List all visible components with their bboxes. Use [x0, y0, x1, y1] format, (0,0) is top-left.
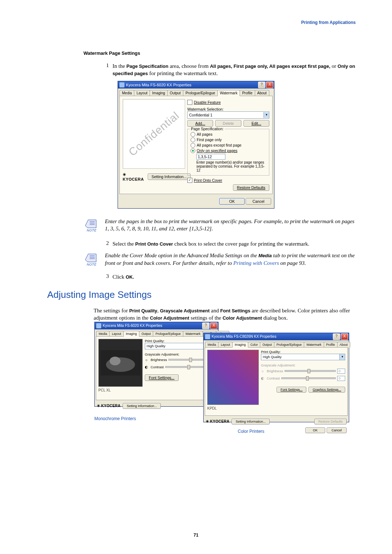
setting-info-button[interactable]: Setting Information... [123, 403, 161, 409]
note-icon: NOTE [83, 252, 100, 266]
tab-output[interactable]: Output [260, 342, 274, 348]
mono-properties-dialog: Kyocera Mita FS-6020 KX Properties ? X M… [94, 322, 219, 407]
tab-about[interactable]: About [337, 342, 350, 348]
imaging-preview [207, 350, 259, 405]
chevron-down-icon: ▾ [339, 354, 345, 360]
radio-except-first[interactable] [191, 143, 195, 148]
radio-all-pages[interactable] [191, 132, 195, 137]
step3-text: Click OK. [113, 273, 134, 280]
watermark-properties-dialog: Kyocera Mita FS-6020 KX Properties ? X M… [118, 81, 274, 209]
note-icon: NOTE [83, 218, 100, 232]
help-button[interactable]: ? [202, 323, 209, 329]
ok-button[interactable]: OK [219, 198, 245, 205]
tab-prologue[interactable]: Prologue/Epilogue [153, 331, 183, 337]
grayscale-label: Grayscale Adjustment: [261, 363, 345, 367]
tab-watermark[interactable]: Watermark [183, 331, 203, 337]
close-button[interactable]: X [266, 82, 273, 88]
app-icon [96, 323, 101, 328]
app-icon [119, 82, 124, 87]
titlebar: Kyocera Mita FS-6020 KX Properties ? X [118, 81, 274, 89]
tab-output[interactable]: Output [167, 90, 183, 96]
step-number: 1 [101, 62, 113, 69]
tab-about[interactable]: About [255, 90, 269, 96]
close-button[interactable]: X [210, 323, 217, 329]
contrast-value: 0 [337, 376, 345, 381]
brightness-value: 0 [337, 369, 345, 374]
radio-first-page[interactable] [191, 138, 195, 142]
tab-media[interactable]: Media [205, 342, 219, 348]
print-onto-cover-checkbox[interactable]: ✓ [187, 178, 192, 183]
page-number: 71 [0, 533, 392, 538]
close-button[interactable]: X [341, 333, 348, 340]
section-heading-watermark: Watermark Page Settings [83, 50, 356, 56]
tab-layout[interactable]: Layout [109, 331, 124, 337]
setting-info-button[interactable]: Setting Information... [232, 419, 270, 424]
pcl-label: PCL XL [98, 388, 143, 392]
brand-label: ✳ KYOCERA [123, 172, 144, 181]
svg-point-8 [110, 357, 121, 365]
heading-adjusting-image: Adjusting Image Settings [47, 289, 356, 300]
contrast-slider: ◐Contrast 0 [261, 376, 345, 381]
tab-watermark[interactable]: Watermark [217, 90, 240, 96]
tab-imaging[interactable]: Imaging [232, 342, 248, 348]
note1-text: Enter the pages in the box to print the … [105, 218, 356, 233]
wm-selection-dropdown[interactable]: Confidential 1▾ [187, 111, 269, 119]
tab-imaging[interactable]: Imaging [123, 331, 139, 337]
cancel-button[interactable]: Cancel [246, 198, 271, 205]
watermark-preview-text: Confidential [126, 109, 181, 159]
app-icon [205, 334, 210, 339]
tab-profile[interactable]: Profile [240, 90, 255, 96]
wm-selection-label: Watermark Selection: [187, 107, 269, 111]
pages-input[interactable]: 1,3,5-12 [196, 154, 225, 160]
caption-color: Color Printers [238, 429, 264, 434]
disable-feature-checkbox[interactable] [187, 100, 192, 105]
contrast-icon: ◐ [145, 365, 149, 369]
pages-hint: Enter page number(s) and/or page ranges … [196, 160, 266, 172]
cancel-button[interactable]: Cancel [327, 427, 347, 433]
restore-defaults-button[interactable]: Restore Defaults [314, 419, 347, 424]
setting-info-button[interactable]: Setting Information... [148, 173, 191, 180]
restore-defaults-button[interactable]: Restore Defaults [233, 184, 269, 191]
radio-only-specified[interactable] [191, 148, 195, 153]
header-breadcrumb: Printing from Applications [36, 20, 356, 25]
help-button[interactable]: ? [333, 333, 340, 340]
imaging-preview [98, 339, 143, 387]
print-quality-dropdown[interactable]: High Quality▾ [261, 354, 345, 360]
tab-media[interactable]: Media [96, 331, 110, 337]
step-number: 2 [101, 240, 113, 246]
ok-button[interactable]: OK [305, 427, 325, 433]
edit-button[interactable]: Edit... [244, 120, 269, 127]
brightness-slider: ☼Brightness 0 [261, 369, 345, 374]
note2-text: Enable the Cover Mode option in the Adva… [105, 252, 356, 267]
tab-profile[interactable]: Profile [324, 342, 338, 348]
graphics-settings-button[interactable]: Graphics Settings... [309, 387, 345, 393]
step2-text: Select the Print Onto Cover check box to… [113, 240, 309, 247]
color-properties-dialog: Kyocera Mita FS-C8026N KX Properties ? X… [203, 333, 349, 422]
printing-with-covers-link[interactable]: Printing with Covers [233, 260, 279, 266]
tab-imaging[interactable]: Imaging [150, 90, 168, 96]
step-number: 3 [101, 273, 113, 279]
tab-prologue[interactable]: Prologue/Epilogue [183, 90, 218, 96]
font-settings-button[interactable]: Font Settings... [277, 387, 307, 393]
font-settings-button[interactable]: Font Settings... [145, 374, 179, 381]
tab-color[interactable]: Color [248, 342, 260, 348]
step1-text: In the Page Specification area, choose f… [113, 62, 356, 77]
dialog-title: Kyocera Mita FS-C8026N KX Properties [212, 335, 276, 338]
tab-prologue[interactable]: Prologue/Epilogue [274, 342, 304, 348]
tab-media[interactable]: Media [119, 90, 134, 96]
dialog-title: Kyocera Mita FS-6020 KX Properties [126, 83, 191, 87]
tab-layout[interactable]: Layout [218, 342, 233, 348]
caption-monochrome: Monochrome Printers [94, 416, 136, 421]
add-button[interactable]: Add... [187, 120, 213, 127]
dialog-title: Kyocera Mita FS-6020 KX Properties [103, 324, 162, 328]
tab-layout[interactable]: Layout [134, 90, 150, 96]
tab-watermark[interactable]: Watermark [304, 342, 324, 348]
kpdl-label: KPDL [207, 406, 259, 410]
intro-paragraph: The settings for Print Quality, Grayscal… [94, 307, 356, 322]
tab-output[interactable]: Output [139, 331, 154, 337]
brightness-icon: ☼ [145, 358, 149, 362]
delete-button[interactable]: Delete [215, 120, 241, 127]
contrast-icon: ◐ [261, 376, 265, 381]
chevron-down-icon: ▾ [264, 112, 269, 118]
help-button[interactable]: ? [258, 82, 265, 88]
